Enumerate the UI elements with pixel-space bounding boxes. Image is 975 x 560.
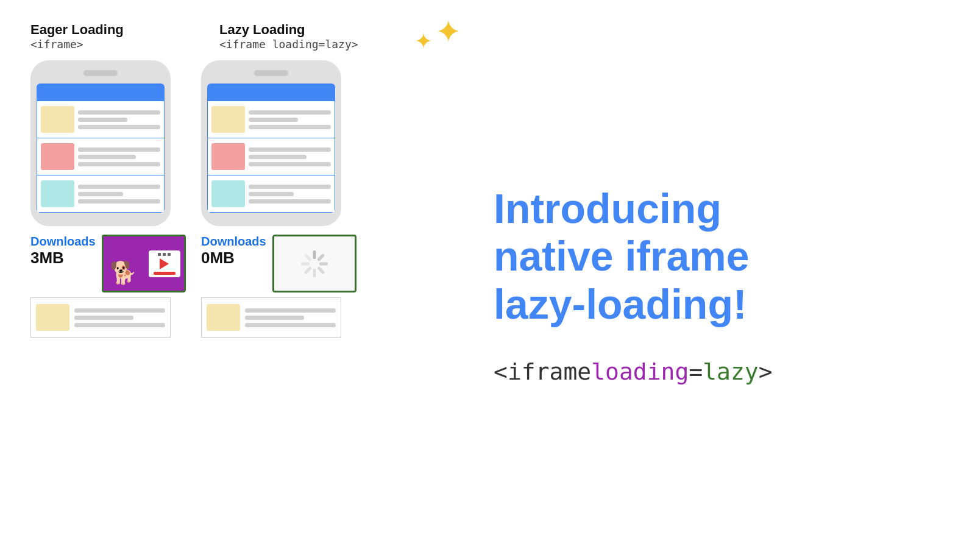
code-equals-sign: = xyxy=(689,358,703,385)
labels-row: Eager Loading <iframe> Lazy Loading <ifr… xyxy=(30,22,457,51)
iframe-preview-lazy xyxy=(272,235,356,292)
lazy-code: <iframe loading=lazy> xyxy=(219,38,378,51)
thumb-pink-1 xyxy=(41,143,74,170)
thumb-yellow-1 xyxy=(41,106,74,133)
video-box xyxy=(149,250,180,277)
below-phone-eager xyxy=(30,297,171,338)
phone-header-blue-lazy xyxy=(207,83,335,101)
line-5 xyxy=(78,155,136,159)
line-1 xyxy=(78,110,160,115)
code-iframe-word: iframe xyxy=(508,358,591,385)
eager-downloads-size: 3MB xyxy=(30,249,96,268)
phone-screen-eager xyxy=(37,83,165,213)
code-lazy-word: lazy xyxy=(703,358,759,385)
lazy-downloads-size: 0MB xyxy=(201,249,266,268)
line-7 xyxy=(78,185,160,189)
phone-screen-lazy xyxy=(207,83,335,213)
thumb-cyan-1 xyxy=(41,180,74,207)
phone-header-blue xyxy=(37,83,165,101)
below-phone-lazy xyxy=(201,297,341,338)
iframe-preview-eager: 🐕 xyxy=(102,235,186,292)
eager-code: <iframe> xyxy=(30,38,189,51)
line-9 xyxy=(78,199,160,204)
phone-mockup-lazy xyxy=(201,60,341,226)
eager-title: Eager Loading xyxy=(30,22,189,38)
intro-title: Introducing native iframe lazy-loading! xyxy=(494,185,945,328)
phones-row: Downloads 3MB 🐕 xyxy=(30,60,457,338)
code-bracket-close: > xyxy=(759,358,773,385)
code-bracket-open: < xyxy=(494,358,508,385)
lazy-phone: Downloads 0MB xyxy=(201,60,341,338)
eager-phone: Downloads 3MB 🐕 xyxy=(30,60,171,338)
code-loading-word: loading xyxy=(591,358,689,385)
dog-figure: 🐕 xyxy=(110,260,137,286)
line-8 xyxy=(78,192,123,196)
line-6 xyxy=(78,162,160,166)
line-3 xyxy=(78,125,160,129)
line-2 xyxy=(78,118,127,122)
code-snippet: < iframe loading = lazy > xyxy=(494,358,945,385)
phone-notch-lazy xyxy=(254,70,288,76)
line-4 xyxy=(78,147,160,152)
sparkle-decoration: ✦ ✦ xyxy=(408,16,462,48)
phone-notch xyxy=(83,70,118,76)
lazy-title: Lazy Loading xyxy=(219,22,378,38)
below-thumb-yellow xyxy=(36,304,69,331)
right-section: ✦ ✦ Introducing native iframe lazy-loadi… xyxy=(457,22,945,548)
phone-mockup-eager xyxy=(30,60,171,226)
spinner-icon xyxy=(300,249,329,278)
lazy-downloads-label: Downloads xyxy=(201,235,266,249)
eager-downloads-label: Downloads xyxy=(30,235,96,249)
